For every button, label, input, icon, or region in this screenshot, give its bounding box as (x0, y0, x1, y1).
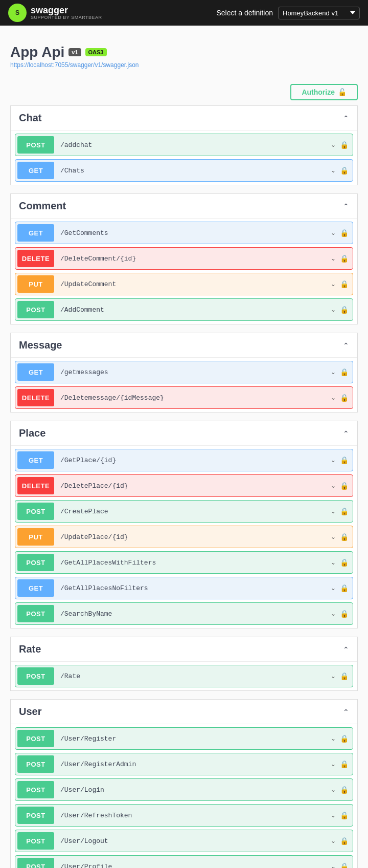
endpoint-post--AddComment[interactable]: POST /AddComment ⌄ 🔒 (15, 298, 353, 321)
method-badge-post: POST (17, 730, 54, 747)
endpoint-path: /CreatePlace (58, 504, 327, 519)
lock-icon: 🔓 (338, 88, 347, 96)
endpoint-actions: ⌄ 🔒 (327, 862, 353, 868)
endpoint-post--GetAllPlacesWithFilters[interactable]: POST /GetAllPlacesWithFilters ⌄ 🔒 (15, 551, 353, 574)
endpoint-path: /GetPlace/{id} (58, 452, 327, 468)
swagger-main-label: swagger (31, 6, 102, 15)
endpoint-post--User-Logout[interactable]: POST /User/Logout ⌄ 🔒 (15, 830, 353, 852)
section-title-message: Message (19, 339, 62, 351)
section-header-place[interactable]: Place ⌃ (11, 421, 357, 446)
endpoint-chevron-icon: ⌄ (331, 141, 336, 148)
method-badge-get: GET (17, 579, 54, 597)
endpoint-actions: ⌄ 🔒 (327, 456, 353, 464)
endpoint-lock-icon: 🔒 (340, 672, 349, 680)
method-badge-get: GET (17, 451, 54, 469)
endpoint-lock-icon: 🔒 (340, 734, 349, 743)
endpoint-get--GetComments[interactable]: GET /GetComments ⌄ 🔒 (15, 222, 353, 244)
definition-select[interactable]: HomeyBackend v1 (278, 7, 360, 19)
endpoint-lock-icon: 🔒 (340, 507, 349, 515)
endpoint-chevron-icon: ⌄ (331, 559, 336, 566)
section-chat: Chat ⌃ POST /addchat ⌄ 🔒 GET /Chats ⌄ 🔒 (10, 105, 358, 185)
endpoint-actions: ⌄ 🔒 (327, 760, 353, 768)
endpoint-get--GetAllPlacesNoFilters[interactable]: GET /GetAllPlacesNoFilters ⌄ 🔒 (15, 577, 353, 599)
swagger-icon: S (12, 7, 23, 18)
endpoint-actions: ⌄ 🔒 (327, 786, 353, 794)
endpoint-lock-icon: 🔒 (340, 254, 349, 263)
endpoint-path: /User/Login (58, 782, 327, 798)
endpoint-post--User-RefreshToken[interactable]: POST /User/RefreshToken ⌄ 🔒 (15, 804, 353, 827)
endpoint-path: /SearchByName (58, 606, 327, 622)
endpoint-put--UpdatePlace--id-[interactable]: PUT /UpdatePlace/{id} ⌄ 🔒 (15, 526, 353, 548)
endpoint-delete--DeletePlace--id-[interactable]: DELETE /DeletePlace/{id} ⌄ 🔒 (15, 474, 353, 497)
endpoint-actions: ⌄ 🔒 (327, 394, 353, 402)
section-header-comment[interactable]: Comment ⌃ (11, 194, 357, 219)
method-badge-delete: DELETE (17, 389, 54, 406)
endpoint-actions: ⌄ 🔒 (327, 734, 353, 743)
section-title-chat: Chat (19, 112, 41, 124)
section-chevron-icon: ⌃ (343, 708, 349, 716)
method-badge-put: PUT (17, 275, 54, 293)
section-place: Place ⌃ GET /GetPlace/{id} ⌄ 🔒 DELETE /D… (10, 421, 358, 628)
section-header-rate[interactable]: Rate ⌃ (11, 637, 357, 662)
endpoint-lock-icon: 🔒 (340, 862, 349, 868)
endpoint-chevron-icon: ⌄ (331, 508, 336, 515)
endpoint-chevron-icon: ⌄ (331, 306, 336, 313)
endpoint-lock-icon: 🔒 (340, 166, 349, 175)
endpoint-lock-icon: 🔒 (340, 394, 349, 402)
endpoint-path: /GetAllPlacesNoFilters (58, 580, 327, 596)
method-badge-put: PUT (17, 528, 54, 546)
endpoint-chevron-icon: ⌄ (331, 610, 336, 617)
method-badge-delete: DELETE (17, 250, 54, 267)
endpoint-chevron-icon: ⌄ (331, 812, 336, 819)
method-badge-post: POST (17, 554, 54, 571)
endpoint-post--SearchByName[interactable]: POST /SearchByName ⌄ 🔒 (15, 602, 353, 625)
endpoint-post--addchat[interactable]: POST /addchat ⌄ 🔒 (15, 134, 353, 156)
endpoint-path: /User/RegisterAdmin (58, 756, 327, 772)
endpoint-post--User-Profile[interactable]: POST /User/Profile ⌄ 🔒 (15, 855, 353, 868)
endpoint-actions: ⌄ 🔒 (327, 229, 353, 237)
section-header-chat[interactable]: Chat ⌃ (11, 106, 357, 131)
method-badge-delete: DELETE (17, 477, 54, 494)
section-title-rate: Rate (19, 643, 41, 655)
endpoint-path: /User/Logout (58, 833, 327, 849)
swagger-brand-text: swagger SUPPORTED BY SMARTBEAR (31, 6, 102, 20)
endpoint-lock-icon: 🔒 (340, 811, 349, 819)
section-rate: Rate ⌃ POST /Rate ⌄ 🔒 (10, 637, 358, 691)
api-url-link[interactable]: https://localhost:7055/swagger/v1/swagge… (10, 61, 139, 69)
endpoint-actions: ⌄ 🔒 (327, 584, 353, 592)
endpoint-chevron-icon: ⌄ (331, 394, 336, 401)
endpoint-post--CreatePlace[interactable]: POST /CreatePlace ⌄ 🔒 (15, 500, 353, 523)
section-header-message[interactable]: Message ⌃ (11, 333, 357, 358)
endpoint-get--GetPlace--id-[interactable]: GET /GetPlace/{id} ⌄ 🔒 (15, 449, 353, 471)
authorize-button[interactable]: Authorize 🔓 (290, 84, 358, 100)
endpoint-chevron-icon: ⌄ (331, 457, 336, 464)
swagger-logo-icon: S (8, 4, 27, 22)
endpoint-actions: ⌄ 🔒 (327, 306, 353, 314)
method-badge-post: POST (17, 136, 54, 154)
endpoint-path: /GetAllPlacesWithFilters (58, 555, 327, 571)
endpoint-get--Chats[interactable]: GET /Chats ⌄ 🔒 (15, 159, 353, 182)
endpoint-path: /getmessages (58, 364, 327, 380)
endpoint-chevron-icon: ⌄ (331, 761, 336, 768)
endpoint-post--Rate[interactable]: POST /Rate ⌄ 🔒 (15, 665, 353, 687)
endpoint-lock-icon: 🔒 (340, 482, 349, 490)
endpoint-delete--Deletemessage--idMessage-[interactable]: DELETE /Deletemessage/{idMessage} ⌄ 🔒 (15, 386, 353, 409)
endpoint-actions: ⌄ 🔒 (327, 280, 353, 288)
svg-text:S: S (15, 9, 19, 16)
endpoint-delete--DeleteComment--id-[interactable]: DELETE /DeleteComment/{id} ⌄ 🔒 (15, 247, 353, 270)
sections-container: Chat ⌃ POST /addchat ⌄ 🔒 GET /Chats ⌄ 🔒 … (10, 105, 358, 868)
main-content: App Api v1 OAS3 https://localhost:7055/s… (0, 26, 368, 868)
endpoint-actions: ⌄ 🔒 (327, 507, 353, 515)
endpoint-post--User-Login[interactable]: POST /User/Login ⌄ 🔒 (15, 778, 353, 801)
endpoint-put--UpdateComment[interactable]: PUT /UpdateComment ⌄ 🔒 (15, 273, 353, 295)
endpoint-actions: ⌄ 🔒 (327, 558, 353, 567)
endpoint-path: /GetComments (58, 225, 327, 241)
endpoint-post--User-Register[interactable]: POST /User/Register ⌄ 🔒 (15, 727, 353, 750)
endpoint-post--User-RegisterAdmin[interactable]: POST /User/RegisterAdmin ⌄ 🔒 (15, 753, 353, 775)
endpoint-actions: ⌄ 🔒 (327, 254, 353, 263)
endpoint-path: /User/Register (58, 731, 327, 747)
section-header-user[interactable]: User ⌃ (11, 700, 357, 724)
endpoint-get--getmessages[interactable]: GET /getmessages ⌄ 🔒 (15, 361, 353, 383)
endpoint-path: /addchat (58, 137, 327, 153)
section-message: Message ⌃ GET /getmessages ⌄ 🔒 DELETE /D… (10, 333, 358, 413)
